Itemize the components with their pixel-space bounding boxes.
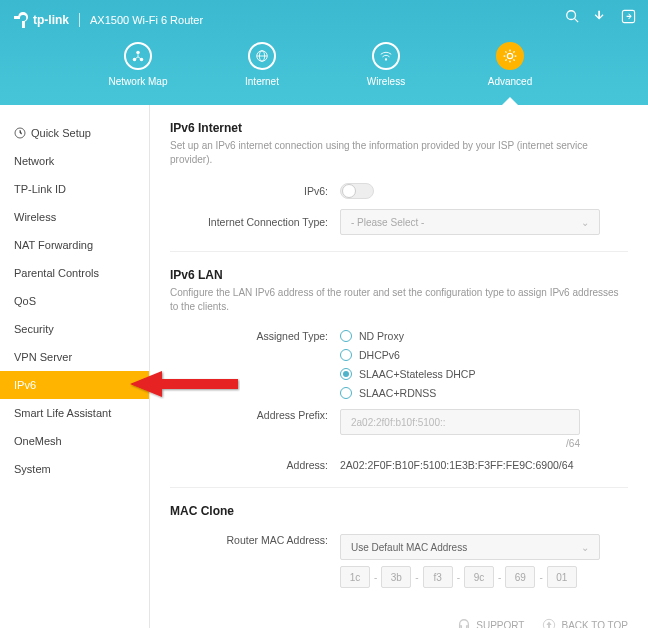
advanced-icon <box>496 42 524 70</box>
sidebar-item-quick-setup[interactable]: Quick Setup <box>0 119 149 147</box>
download-icon[interactable] <box>592 8 608 24</box>
clock-icon <box>14 127 26 139</box>
assigned-type-options: ND Proxy DHCPv6 SLAAC+Stateless DHCP SLA… <box>340 330 628 399</box>
prefix-suffix: /64 <box>340 438 580 449</box>
radio-slaac-stateless[interactable]: SLAAC+Stateless DHCP <box>340 368 628 380</box>
support-button[interactable]: SUPPORT <box>457 618 524 628</box>
divider <box>170 251 628 252</box>
radio-label: DHCPv6 <box>359 349 400 361</box>
wireless-icon <box>372 42 400 70</box>
tplink-logo-icon <box>14 12 30 28</box>
svg-point-9 <box>385 58 387 60</box>
tab-advanced[interactable]: Advanced <box>473 42 547 87</box>
sidebar-label: VPN Server <box>14 351 72 363</box>
headset-icon <box>457 618 471 628</box>
sidebar-item-vpn-server[interactable]: VPN Server <box>0 343 149 371</box>
sidebar-label: TP-Link ID <box>14 183 66 195</box>
sidebar-label: Smart Life Assistant <box>14 407 111 419</box>
mac-octet[interactable]: 01 <box>547 566 577 588</box>
mac-clone-title: MAC Clone <box>170 504 628 518</box>
mac-dash: - <box>415 572 418 583</box>
tab-label: Advanced <box>488 76 532 87</box>
radio-label: ND Proxy <box>359 330 404 342</box>
sidebar-item-parental-controls[interactable]: Parental Controls <box>0 259 149 287</box>
tab-network-map[interactable]: Network Map <box>101 42 175 87</box>
radio-slaac-rdnss[interactable]: SLAAC+RDNSS <box>340 387 628 399</box>
row-address: Address: 2A02:2F0F:B10F:5100:1E3B:F3FF:F… <box>170 459 628 471</box>
sidebar-item-nat-forwarding[interactable]: NAT Forwarding <box>0 231 149 259</box>
support-label: SUPPORT <box>476 620 524 629</box>
content: IPv6 Internet Set up an IPv6 internet co… <box>150 105 648 628</box>
sidebar-label: Quick Setup <box>31 127 91 139</box>
tab-label: Network Map <box>109 76 168 87</box>
divider <box>170 487 628 488</box>
sidebar-item-onemesh[interactable]: OneMesh <box>0 427 149 455</box>
sidebar-label: Security <box>14 323 54 335</box>
back-label: BACK TO TOP <box>561 620 628 629</box>
brand-divider <box>79 13 80 27</box>
tab-internet[interactable]: Internet <box>225 42 299 87</box>
back-to-top-button[interactable]: BACK TO TOP <box>542 618 628 628</box>
logout-icon[interactable] <box>620 8 636 24</box>
sidebar-label: NAT Forwarding <box>14 239 93 251</box>
row-conn-type: Internet Connection Type: - Please Selec… <box>170 209 628 235</box>
select-value: - Please Select - <box>351 217 424 228</box>
address-prefix-input[interactable] <box>340 409 580 435</box>
address-value: 2A02:2F0F:B10F:5100:1E3B:F3FF:FE9C:6900/… <box>340 459 628 471</box>
sidebar-label: System <box>14 463 51 475</box>
sidebar-label: OneMesh <box>14 435 62 447</box>
body: Quick Setup Network TP-Link ID Wireless … <box>0 105 648 628</box>
header: tp-link AX1500 Wi-Fi 6 Router Network Ma… <box>0 0 648 105</box>
mac-octet[interactable]: 1c <box>340 566 370 588</box>
mac-dash: - <box>539 572 542 583</box>
row-router-mac: Router MAC Address: Use Default MAC Addr… <box>170 534 628 588</box>
sidebar-item-tplink-id[interactable]: TP-Link ID <box>0 175 149 203</box>
tab-label: Wireless <box>367 76 405 87</box>
sidebar-item-security[interactable]: Security <box>0 315 149 343</box>
sidebar-label: QoS <box>14 295 36 307</box>
svg-point-3 <box>136 51 140 55</box>
product-name: AX1500 Wi-Fi 6 Router <box>90 14 203 26</box>
sidebar-item-network[interactable]: Network <box>0 147 149 175</box>
ipv6-lan-desc: Configure the LAN IPv6 address of the ro… <box>170 286 628 314</box>
sidebar-label: Wireless <box>14 211 56 223</box>
mac-dash: - <box>457 572 460 583</box>
row-address-prefix: Address Prefix: /64 <box>170 409 628 449</box>
radio-icon <box>340 349 352 361</box>
search-icon[interactable] <box>564 8 580 24</box>
svg-point-10 <box>507 53 512 58</box>
conn-type-select[interactable]: - Please Select - ⌄ <box>340 209 600 235</box>
assigned-type-label: Assigned Type: <box>170 330 340 342</box>
radio-nd-proxy[interactable]: ND Proxy <box>340 330 628 342</box>
mac-octet[interactable]: 3b <box>381 566 411 588</box>
svg-point-0 <box>567 11 576 20</box>
mac-octet[interactable]: f3 <box>423 566 453 588</box>
sidebar-item-smart-life[interactable]: Smart Life Assistant <box>0 399 149 427</box>
mac-octet[interactable]: 9c <box>464 566 494 588</box>
radio-label: SLAAC+RDNSS <box>359 387 436 399</box>
ipv6-toggle[interactable] <box>340 183 374 199</box>
tab-wireless[interactable]: Wireless <box>349 42 423 87</box>
sidebar: Quick Setup Network TP-Link ID Wireless … <box>0 105 150 628</box>
row-assigned-type: Assigned Type: ND Proxy DHCPv6 SLAAC+Sta… <box>170 330 628 399</box>
brand-text: tp-link <box>33 13 69 27</box>
radio-icon <box>340 387 352 399</box>
radio-label: SLAAC+Stateless DHCP <box>359 368 475 380</box>
network-map-icon <box>124 42 152 70</box>
sidebar-item-ipv6[interactable]: IPv6 <box>0 371 149 399</box>
sidebar-item-wireless[interactable]: Wireless <box>0 203 149 231</box>
chevron-down-icon: ⌄ <box>581 217 589 228</box>
radio-icon <box>340 330 352 342</box>
mac-octet[interactable]: 69 <box>505 566 535 588</box>
radio-icon <box>340 368 352 380</box>
select-value: Use Default MAC Address <box>351 542 467 553</box>
sidebar-item-qos[interactable]: QoS <box>0 287 149 315</box>
sidebar-label: Parental Controls <box>14 267 99 279</box>
router-mac-select[interactable]: Use Default MAC Address ⌄ <box>340 534 600 560</box>
radio-dhcpv6[interactable]: DHCPv6 <box>340 349 628 361</box>
sidebar-label: IPv6 <box>14 379 36 391</box>
brand-logo: tp-link <box>14 12 69 28</box>
sidebar-item-system[interactable]: System <box>0 455 149 483</box>
address-label: Address: <box>170 459 340 471</box>
footer-links: SUPPORT BACK TO TOP <box>170 598 628 628</box>
